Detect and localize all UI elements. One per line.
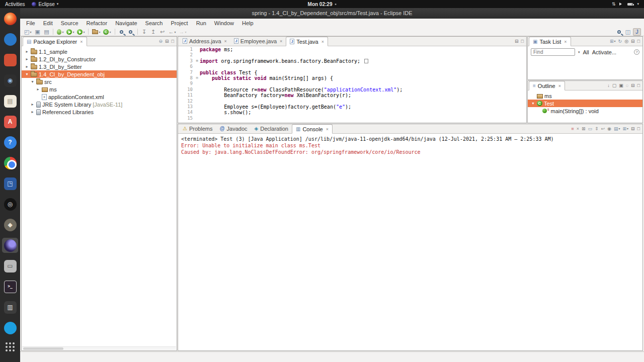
battery-icon[interactable]	[627, 3, 633, 6]
menu-project[interactable]: Project	[167, 19, 192, 28]
folded-region-icon[interactable]	[364, 59, 368, 63]
open-type-icon[interactable]	[118, 28, 126, 36]
remove-launch-icon[interactable]: ×	[577, 126, 579, 131]
help-icon[interactable]: ?	[634, 49, 639, 55]
tab-javadoc[interactable]: @Javadoc	[216, 124, 251, 133]
maximize-icon[interactable]: □	[637, 83, 640, 88]
tree-item-applicationcontext-xml[interactable]: xapplicationContext.xml	[22, 93, 177, 101]
fold-marker-icon[interactable]: ⊟	[194, 75, 200, 81]
chevron-right-icon[interactable]: ▸	[35, 87, 41, 92]
activities-button[interactable]: Activities	[5, 2, 25, 7]
minimize-icon[interactable]: ⊟	[631, 126, 635, 131]
back-icon[interactable]: ←▾	[168, 28, 177, 36]
forward-icon[interactable]: →▾	[178, 28, 188, 36]
chevron-right-icon[interactable]: ▸	[30, 110, 35, 114]
tree-item-referenced-libraries[interactable]: ▸Referenced Libraries	[22, 108, 177, 116]
tab-outline[interactable]: ≡ Outline ×	[529, 81, 565, 90]
tree-item-src[interactable]: ▾src	[22, 78, 177, 85]
dock-video-editor-icon[interactable]: ▥	[2, 300, 18, 315]
minimize-icon[interactable]: ⊟	[631, 39, 635, 44]
pin-console-icon[interactable]: ◉	[607, 126, 611, 131]
remove-all-launches-icon[interactable]: ⊠	[582, 126, 586, 131]
chevron-down-icon[interactable]: ▾	[637, 2, 639, 6]
clear-console-icon[interactable]: ▭	[588, 126, 592, 131]
dock-software-icon[interactable]: A	[2, 114, 18, 129]
dock-firefox-icon[interactable]	[2, 11, 18, 26]
scope-selector[interactable]: All	[583, 49, 589, 55]
outline-item-main-string-void[interactable]: smain(String[]) : void	[528, 107, 642, 115]
close-icon[interactable]: ×	[280, 39, 282, 44]
fold-marker-icon[interactable]: ⊞	[194, 58, 200, 64]
dock-app-icon-3[interactable]: ◆	[2, 217, 18, 232]
debug-icon[interactable]: ▾	[56, 28, 64, 36]
chevron-down-icon[interactable]: ▾	[530, 101, 536, 106]
tree-item-jre-system-library[interactable]: ▸JRE System Library [JavaSE-11]	[22, 101, 177, 108]
hide-non-public-icon[interactable]: ◌	[626, 83, 628, 88]
new-wizard-icon[interactable]: ◰▾	[23, 28, 32, 36]
volume-icon[interactable]	[619, 3, 623, 6]
print-icon[interactable]: ▤	[42, 28, 50, 36]
dock-chrome-icon[interactable]	[2, 155, 18, 170]
close-icon[interactable]: ×	[558, 83, 561, 88]
window-titlebar[interactable]: spring - 1.4_CI_by_Dependent_obj/src/ms/…	[20, 8, 644, 19]
outline-item-ms[interactable]: ms	[528, 92, 642, 100]
menu-search[interactable]: Search	[141, 19, 167, 28]
close-icon[interactable]: ×	[80, 39, 83, 44]
external-tools-icon[interactable]: ▾	[76, 28, 86, 36]
next-annotation-icon[interactable]: ↧	[140, 28, 148, 36]
dock-help-icon[interactable]: ?	[2, 135, 18, 150]
minimize-icon[interactable]: ⊟	[515, 39, 519, 44]
java-perspective-icon[interactable]: J	[633, 28, 641, 36]
chevron-right-icon[interactable]: ▸	[24, 64, 30, 69]
close-icon[interactable]: ×	[321, 39, 324, 44]
maximize-icon[interactable]: □	[172, 39, 174, 44]
chevron-down-icon[interactable]: ▾	[30, 79, 35, 84]
tree-item-1-2-di-by-constructor[interactable]: ▸1.2_DI_by_Constructor	[22, 55, 177, 63]
new-class-icon[interactable]: C▾	[102, 28, 112, 36]
dock-files-icon[interactable]: ▤	[2, 94, 18, 109]
menu-run[interactable]: Run	[192, 19, 210, 28]
outline-item-test[interactable]: ▾CTest	[528, 100, 642, 107]
dock-eclipse-icon[interactable]	[2, 238, 18, 253]
maximize-icon[interactable]: □	[637, 39, 640, 44]
collapse-all-icon[interactable]: ⊖	[158, 39, 163, 44]
menu-navigate[interactable]: Navigate	[111, 19, 141, 28]
close-icon[interactable]: ×	[564, 39, 567, 44]
focus-icon[interactable]: ◎	[624, 39, 628, 44]
dock-app-icon-4[interactable]	[2, 320, 18, 335]
run-icon[interactable]: ▾	[65, 28, 75, 36]
tab-package-explorer[interactable]: ▤ Package Explorer ×	[23, 37, 87, 46]
word-wrap-icon[interactable]: ↩	[601, 126, 605, 131]
find-input[interactable]	[531, 48, 575, 56]
sync-icon[interactable]: ↻	[618, 39, 622, 44]
chevron-right-icon[interactable]: ▸	[24, 57, 30, 61]
close-icon[interactable]: ×	[326, 127, 329, 132]
editor-tab-address-java[interactable]: JAddress.java×	[179, 36, 230, 46]
menu-help[interactable]: Help	[238, 19, 258, 28]
app-menu[interactable]: Eclipse ▾	[32, 2, 58, 7]
code-editor[interactable]: 1package ms;23⊞import org.springframewor…	[178, 46, 526, 123]
editor-tab-test-java[interactable]: JTest.java×	[286, 37, 328, 46]
sort-icon[interactable]: ↓	[607, 83, 610, 88]
dock-camera-icon[interactable]: ◉	[2, 73, 18, 88]
activate-link[interactable]: Activate...	[592, 49, 616, 55]
tab-task-list[interactable]: ▣ Task List ×	[529, 37, 571, 46]
dock-obs-icon[interactable]: ◎	[2, 197, 18, 212]
tree-item-1-4-ci-by-dependent-obj[interactable]: ▾1.4_CI_by_Dependent_obj	[22, 70, 177, 78]
dock-printer-icon[interactable]: ▭	[2, 258, 18, 274]
display-selected-console-icon[interactable]: ▤▾	[614, 126, 620, 131]
chevron-right-icon[interactable]: ▸	[30, 102, 35, 107]
dock-app-icon-2[interactable]: ◳	[2, 176, 18, 191]
scroll-lock-icon[interactable]: ⇕	[595, 126, 599, 131]
open-console-icon[interactable]: ⊞▾	[622, 126, 628, 131]
open-perspective-icon[interactable]: ◫	[624, 28, 632, 36]
chevron-down-icon[interactable]: ▾	[578, 50, 580, 54]
quick-search-icon[interactable]	[615, 28, 623, 36]
chevron-down-icon[interactable]: ▾	[24, 72, 30, 76]
menu-edit[interactable]: Edit	[39, 19, 57, 28]
last-edit-location-icon[interactable]: ↩	[158, 28, 167, 36]
menu-source[interactable]: Source	[57, 19, 83, 28]
search-icon[interactable]	[127, 28, 135, 36]
console-output[interactable]: <terminated> Test (3) [Java Application]…	[178, 134, 642, 350]
tree-item-1-1-sample[interactable]: ▸1.1_sample	[22, 48, 177, 55]
